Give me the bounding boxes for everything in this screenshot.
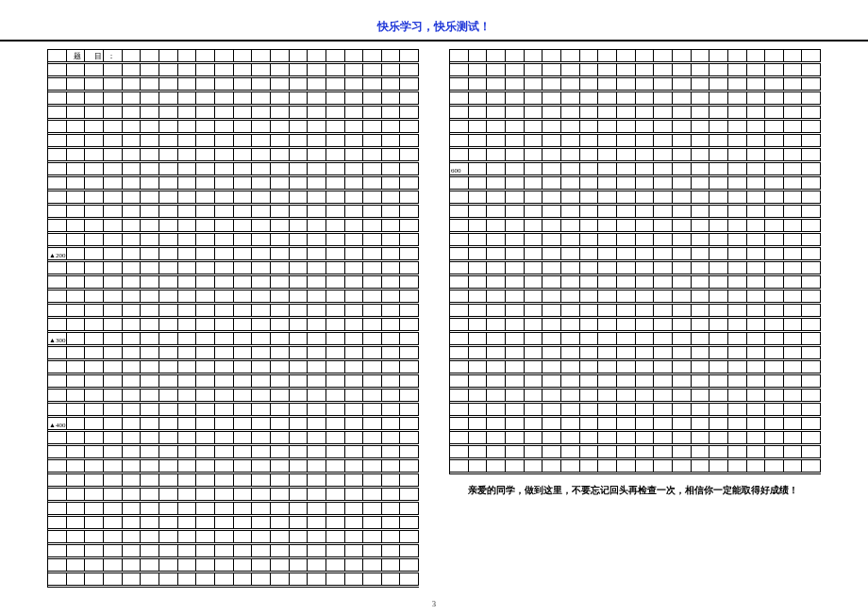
grid-cell <box>382 474 401 487</box>
grid-cell <box>67 446 86 458</box>
grid-cell <box>141 305 159 317</box>
grid-cell <box>525 276 543 289</box>
grid-cell <box>123 248 142 260</box>
grid-cell <box>765 206 784 218</box>
grid-cell <box>48 107 67 119</box>
grid-cell <box>747 107 766 119</box>
grid-cell <box>561 107 580 119</box>
grid-cell <box>654 319 673 331</box>
grid-cell <box>728 290 747 303</box>
grid-cell <box>159 290 178 303</box>
grid-cell <box>487 276 506 289</box>
grid-cell <box>525 460 543 473</box>
grid-cell <box>252 163 271 175</box>
grid-cell <box>382 163 401 175</box>
grid-cell <box>85 446 104 458</box>
grid-cell <box>709 262 728 274</box>
grid-cell <box>636 460 655 473</box>
grid-row <box>450 290 821 303</box>
grid-cell <box>692 107 710 119</box>
grid-row <box>48 333 419 345</box>
grid-cell <box>598 460 617 473</box>
grid-cell <box>215 460 234 473</box>
grid-cell <box>271 64 290 76</box>
grid-cell <box>67 545 86 557</box>
grid-cell <box>450 191 469 204</box>
grid-cell <box>48 432 67 444</box>
grid-cell <box>234 92 253 105</box>
grid-cell <box>400 531 419 543</box>
grid-cell <box>67 234 86 246</box>
grid-cell <box>67 177 86 190</box>
grid-cell <box>709 149 728 161</box>
grid-cell <box>48 135 67 147</box>
grid-cell <box>747 78 766 91</box>
grid-cell <box>525 390 543 402</box>
grid-cell <box>363 92 382 105</box>
grid-cell <box>617 276 636 289</box>
grid-cell <box>104 503 123 515</box>
grid-cell <box>141 135 159 147</box>
grid-cell <box>196 121 215 133</box>
grid-cell <box>196 50 215 62</box>
grid-cell <box>123 206 142 218</box>
grid-cell <box>159 149 178 161</box>
grid-cell <box>747 248 766 260</box>
grid-cell <box>252 489 271 501</box>
grid-cell <box>802 177 821 190</box>
grid-cell <box>290 432 309 444</box>
grid-cell <box>709 432 728 444</box>
grid-cell <box>271 375 290 388</box>
grid-cell <box>400 234 419 246</box>
grid-cell <box>673 220 692 232</box>
grid-cell <box>308 50 326 62</box>
grid-cell <box>598 290 617 303</box>
grid-cell <box>802 305 821 317</box>
grid-cell <box>382 290 401 303</box>
grid-cell <box>400 404 419 416</box>
grid-cell <box>67 206 86 218</box>
grid-cell <box>802 333 821 345</box>
grid-cell <box>252 531 271 543</box>
grid-cell <box>363 78 382 91</box>
grid-cell <box>252 333 271 345</box>
grid-cell <box>123 361 142 373</box>
grid-cell <box>784 290 803 303</box>
grid-cell <box>580 319 599 331</box>
grid-cell <box>178 305 197 317</box>
grid-cell <box>802 262 821 274</box>
grid-cell <box>598 333 617 345</box>
grid-cell <box>123 290 142 303</box>
grid-cell <box>159 319 178 331</box>
grid-cell <box>450 206 469 218</box>
grid-cell <box>382 107 401 119</box>
grid-cell <box>234 404 253 416</box>
grid-cell <box>784 390 803 402</box>
grid-cell <box>469 191 488 204</box>
grid-cell <box>271 290 290 303</box>
grid-cell <box>506 375 525 388</box>
grid-cell <box>326 446 345 458</box>
grid-cell <box>48 517 67 529</box>
grid-cell <box>765 234 784 246</box>
grid-cell <box>728 347 747 359</box>
grid-cell <box>196 135 215 147</box>
grid-cell <box>67 375 86 388</box>
grid-cell <box>450 50 469 62</box>
grid-cell <box>326 206 345 218</box>
grid-cell <box>196 489 215 501</box>
grid-cell <box>215 276 234 289</box>
grid-cell <box>469 107 488 119</box>
grid-cell <box>506 446 525 458</box>
grid-cell <box>271 531 290 543</box>
grid-cell <box>363 517 382 529</box>
grid-cell <box>784 375 803 388</box>
grid-row <box>450 234 821 246</box>
grid-cell <box>654 361 673 373</box>
grid-cell <box>234 177 253 190</box>
grid-cell <box>400 446 419 458</box>
grid-cell <box>617 390 636 402</box>
grid-cell <box>728 78 747 91</box>
grid-cell <box>784 121 803 133</box>
grid-cell <box>580 78 599 91</box>
